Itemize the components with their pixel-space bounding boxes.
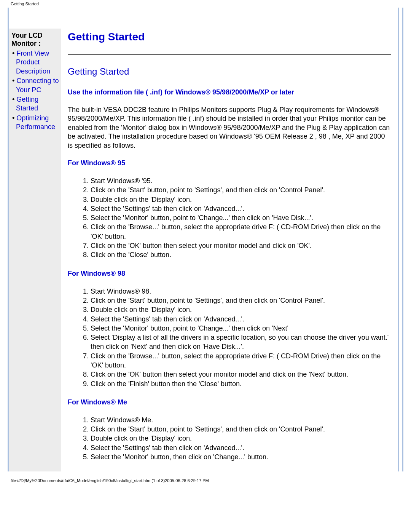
step-item: Select the 'Settings' tab then click on … — [91, 443, 391, 452]
frame-divider — [398, 8, 399, 471]
page-footer-path: file:///D|/My%20Documents/dfu/C6_Model/e… — [0, 471, 411, 483]
sidebar-link-connecting[interactable]: Connecting to Your PC — [16, 77, 59, 93]
step-item: Click on the 'Close' button. — [91, 250, 391, 259]
page-header-path: Getting Started — [0, 0, 411, 8]
step-item: Start Windows® 98. — [91, 287, 391, 296]
os-heading-win98: For Windows® 98 — [68, 270, 391, 278]
sidebar-item: Front View Product Description — [11, 49, 61, 76]
step-item: Start Windows® Me. — [91, 415, 391, 425]
sidebar-title: Your LCD Monitor : — [11, 32, 61, 48]
step-item: Select the 'Monitor' button, point to 'C… — [91, 324, 391, 333]
step-item: Select the 'Monitor' button, point to 'C… — [91, 213, 391, 222]
step-item: Start Windows® '95. — [91, 176, 391, 185]
step-item: Click on the 'Browse...' button, select … — [91, 222, 391, 241]
section-heading: Getting Started — [68, 66, 391, 77]
main-content: Getting Started Getting Started Use the … — [61, 29, 402, 471]
sub-heading: Use the information file ( .inf) for Win… — [68, 88, 391, 96]
step-item: Click on the 'Start' button, point to 'S… — [91, 296, 391, 305]
intro-paragraph: The built-in VESA DDC2B feature in Phili… — [68, 105, 391, 150]
sidebar-link-getting-started[interactable]: Getting Started — [16, 96, 38, 112]
step-item: Click on the 'Start' button, point to 'S… — [91, 185, 391, 195]
step-item: Double click on the 'Display' icon. — [91, 434, 391, 443]
steps-win95: Start Windows® '95. Click on the 'Start'… — [68, 176, 391, 260]
steps-win98: Start Windows® 98. Click on the 'Start' … — [68, 287, 391, 388]
step-item: Select the 'Settings' tab then click on … — [91, 315, 391, 324]
sidebar-item: Connecting to Your PC — [11, 77, 61, 94]
os-heading-winme: For Windows® Me — [68, 398, 391, 406]
step-item: Select the 'Settings' tab then click on … — [91, 204, 391, 213]
page-title: Getting Started — [68, 31, 391, 43]
sidebar-item: Optimizing Performance — [11, 114, 61, 132]
sidebar-list: Front View Product Description Connectin… — [11, 49, 61, 132]
divider — [68, 54, 391, 55]
steps-winme: Start Windows® Me. Click on the 'Start' … — [68, 415, 391, 462]
step-item: Click on the 'Browse...' button, select … — [91, 351, 391, 370]
step-item: Double click on the 'Display' icon. — [91, 305, 391, 314]
step-item: Click on the 'Finish' button then the 'C… — [91, 379, 391, 388]
step-item: Select 'Display a list of all the driver… — [91, 333, 391, 351]
step-item: Click on the 'Start' button, point to 'S… — [91, 425, 391, 434]
sidebar-link-front-view[interactable]: Front View Product Description — [16, 50, 50, 75]
os-heading-win95: For Windows® 95 — [68, 159, 391, 167]
step-item: Click on the 'OK' button then select you… — [91, 241, 391, 250]
step-item: Select the 'Monitor' button, then click … — [91, 452, 391, 462]
step-item: Click on the 'OK' button then select you… — [91, 370, 391, 379]
sidebar: Your LCD Monitor : Front View Product De… — [9, 29, 61, 471]
step-item: Double click on the 'Display' icon. — [91, 195, 391, 204]
sidebar-item: Getting Started — [11, 95, 61, 113]
content-frame: Your LCD Monitor : Front View Product De… — [8, 8, 403, 471]
sidebar-link-optimizing[interactable]: Optimizing Performance — [16, 114, 55, 131]
